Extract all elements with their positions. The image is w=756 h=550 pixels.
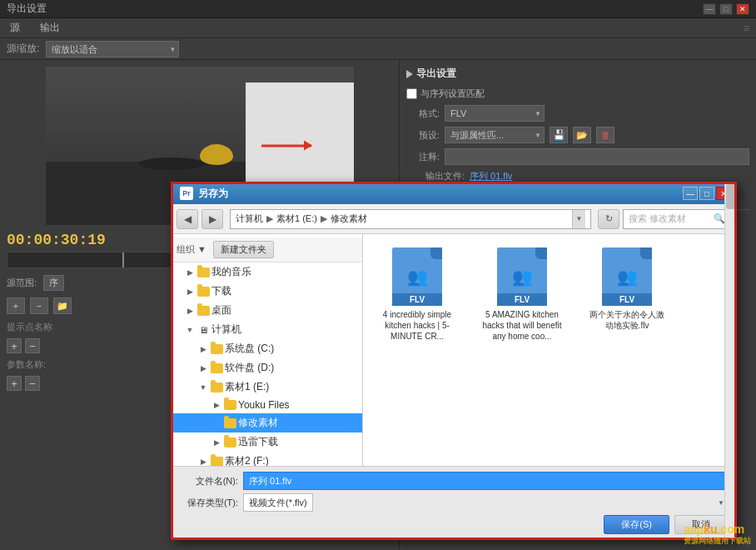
tree-label-drive-f: 素材2 (F:) — [225, 454, 269, 466]
file-item-3[interactable]: 👥 FLV 两个关于水的令人激动地实验.flv — [581, 242, 673, 347]
path-dropdown-btn[interactable]: ▼ — [572, 210, 585, 228]
tree-item-music[interactable]: ▶ 我的音乐 — [172, 262, 362, 282]
tree-icon-download — [196, 286, 210, 298]
preset-save-btn[interactable]: 💾 — [550, 127, 568, 143]
file-item-2[interactable]: 👥 FLV 5 AMAZING kitchen hacks that will … — [476, 242, 568, 347]
output-filename[interactable]: 序列 01.flv — [470, 170, 512, 182]
tree-item-download[interactable]: ▶ 下载 — [172, 282, 362, 301]
path-sep2: ▶ — [321, 213, 327, 224]
source-scale-label: 源缩放: — [7, 42, 39, 56]
tree-item-drive-c[interactable]: ▶ 系统盘 (C:) — [172, 339, 362, 358]
tree-item-modify[interactable]: 修改素材 — [172, 413, 362, 432]
dialog-pr-icon: Pr — [182, 189, 191, 198]
timeline-playhead — [122, 252, 124, 268]
format-select-wrap: FLV — [445, 105, 545, 122]
flv-icon-1: 👥 FLV — [392, 248, 442, 306]
maximize-button[interactable]: □ — [719, 3, 733, 15]
tree-label-drive-d: 软件盘 (D:) — [225, 361, 274, 375]
match-sequence-checkbox[interactable] — [406, 88, 417, 99]
dialog-title-icon: Pr — [180, 187, 193, 200]
tree-icon-drive-d — [210, 362, 223, 374]
notes-label: 注释: — [406, 151, 440, 163]
flv-people-icon-2: 👥 — [512, 268, 533, 285]
file-view: 👥 FLV 4 incredibly simple kitchen hacks … — [363, 234, 736, 466]
output-label: 输出文件: — [406, 170, 465, 182]
path-folder: 修改素材 — [331, 212, 367, 225]
dialog-body: 组织 ▼ 新建文件夹 ▶ 我的音乐 ▶ 下载 — [172, 234, 736, 466]
tree-toggle-download: ▶ — [185, 287, 195, 297]
tree-item-drive-f[interactable]: ▶ 素材2 (F:) — [172, 452, 362, 466]
tree-item-computer[interactable]: ▼ 🖥 计算机 — [172, 320, 362, 339]
minimize-button[interactable]: — — [703, 3, 716, 15]
title-controls: — □ ✕ — [703, 3, 749, 15]
dialog-bottom: 文件名(N): 保存类型(T): 视频文件(*.flv) 保存(S) 取消 — [172, 466, 736, 539]
flv-icon-3: 👥 FLV — [602, 248, 652, 306]
param-minus-btn[interactable]: − — [25, 376, 40, 391]
organize-label[interactable]: 组织 ▼ — [177, 243, 206, 256]
remove-btn[interactable]: − — [30, 298, 48, 314]
preset-select[interactable]: 与源属性匹... — [445, 127, 545, 143]
filename-input[interactable] — [243, 472, 728, 490]
tree-label-download: 下载 — [211, 284, 231, 298]
tree-label-drive-c: 系统盘 (C:) — [225, 342, 274, 356]
param-plus-btn[interactable]: + — [7, 376, 22, 391]
tree-toggle-thunder: ▶ — [211, 438, 221, 448]
menu-collapse-icon[interactable]: ≡ — [744, 22, 749, 34]
dialog-minimize-btn[interactable]: — — [683, 187, 698, 200]
filetype-select[interactable]: 视频文件(*.flv) — [243, 493, 313, 512]
tree-icon-drive-f — [210, 456, 223, 467]
save-button[interactable]: 保存(S) — [604, 515, 669, 534]
format-select[interactable]: FLV — [445, 105, 545, 122]
preset-select-wrap: 与源属性匹... — [445, 127, 545, 143]
format-label: 格式: — [406, 108, 440, 120]
notes-input[interactable] — [445, 148, 749, 165]
folder-btn[interactable]: 📁 — [53, 298, 72, 314]
tree-icon-music — [196, 267, 210, 278]
source-range-badge[interactable]: 序 — [43, 275, 64, 291]
tree-item-drive-e[interactable]: ▼ 素材1 (E:) — [172, 378, 362, 397]
file-view-scrollbar[interactable] — [724, 234, 736, 466]
preset-row: 预设: 与源属性匹... 💾 📂 🗑 — [406, 127, 749, 143]
cancel-button[interactable]: 取消 — [674, 515, 728, 534]
tree-item-drive-d[interactable]: ▶ 软件盘 (D:) — [172, 358, 362, 378]
triangle-icon — [406, 70, 413, 78]
file-item-1[interactable]: 👥 FLV 4 incredibly simple kitchen hacks … — [371, 242, 463, 347]
menu-source[interactable]: 源 — [7, 19, 23, 37]
hint-minus-btn[interactable]: − — [25, 338, 40, 353]
hint-plus-btn[interactable]: + — [7, 338, 22, 353]
new-folder-btn[interactable]: 新建文件夹 — [213, 241, 274, 258]
filetype-row: 保存类型(T): 视频文件(*.flv) — [180, 493, 728, 512]
refresh-btn[interactable]: ↻ — [598, 209, 619, 229]
tree-item-desktop[interactable]: ▶ 桌面 — [172, 301, 362, 320]
match-sequence-label[interactable]: 与序列设置匹配 — [406, 88, 485, 100]
tree-item-thunder[interactable]: ▶ 迅雷下载 — [172, 432, 362, 452]
tree-toggle-desktop: ▶ — [185, 306, 195, 316]
tree-icon-thunder — [223, 437, 236, 448]
tree-item-youku[interactable]: ▶ Youku Files — [172, 397, 362, 413]
flv-label-3: FLV — [602, 293, 652, 306]
menu-output[interactable]: 输出 — [37, 19, 63, 37]
title-bar: 导出设置 — □ ✕ — [0, 0, 756, 18]
tree-label-drive-e: 素材1 (E:) — [225, 380, 269, 394]
add-btn[interactable]: + — [7, 298, 25, 314]
match-sequence-row: 与序列设置匹配 — [406, 88, 749, 100]
source-bar: 源缩放: 缩放以适合 — [0, 38, 756, 60]
app-title: 导出设置 — [7, 2, 47, 16]
preset-delete-btn[interactable]: 🗑 — [596, 127, 614, 143]
search-placeholder: 搜索 修改素材 — [629, 212, 686, 225]
tree-label-youku: Youku Files — [238, 399, 290, 411]
preset-folder-btn[interactable]: 📂 — [573, 127, 591, 143]
tree-label-computer: 计算机 — [211, 322, 241, 337]
tree-toggle-drive-c: ▶ — [198, 344, 208, 354]
flv-label-2: FLV — [497, 293, 547, 306]
dialog-maximize-btn[interactable]: □ — [699, 187, 714, 200]
nav-forward-btn[interactable]: ▶ — [201, 209, 223, 229]
flv-icon-2: 👥 FLV — [497, 248, 547, 306]
nav-back-btn[interactable]: ◀ — [177, 209, 198, 229]
tree-label-thunder: 迅雷下载 — [238, 435, 278, 449]
source-scale-select[interactable]: 缩放以适合 — [46, 41, 179, 58]
search-icon[interactable]: 🔍 — [714, 213, 725, 224]
path-drive: 素材1 (E:) — [276, 212, 317, 225]
close-button[interactable]: ✕ — [736, 3, 749, 15]
tree-toggle-drive-d: ▶ — [198, 363, 208, 373]
